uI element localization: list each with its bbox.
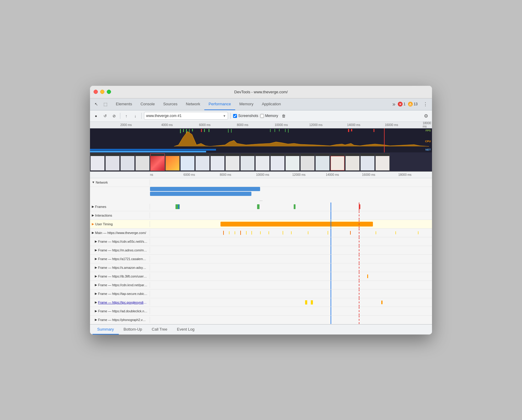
svg-rect-15 <box>348 129 349 132</box>
frame-3-label[interactable]: ▶ Frame — https://s.amazon-adsystem.com/… <box>90 265 150 271</box>
frame-1-track <box>150 246 432 254</box>
screenshot-15[interactable] <box>300 153 315 171</box>
clear-button[interactable]: 🗑 <box>280 112 287 119</box>
frame-row-4[interactable]: ▶ Frame — https://ib.3lift.com/userSync.… <box>90 272 432 281</box>
screenshot-3[interactable] <box>120 153 135 171</box>
tab-console[interactable]: Console <box>136 98 159 110</box>
screenshot-10[interactable] <box>225 153 240 171</box>
frame-row-1[interactable]: ▶ Frame — https://m.adnxs.com/mapuid?mem… <box>90 246 432 255</box>
network-section-header[interactable]: ▼ Network <box>90 178 432 187</box>
frame-row-8[interactable]: ▶ Frame — https://ad.doubleclick.net/ddm… <box>90 307 432 316</box>
frame-9-label[interactable]: ▶ Frame — https://phonograph2.voxmedia.c… <box>90 317 150 323</box>
upload-button[interactable]: ↑ <box>123 112 130 119</box>
screenshot-8[interactable] <box>195 153 210 171</box>
frame-8-label[interactable]: ▶ Frame — https://ad.doubleclick.net/ddm… <box>90 308 150 314</box>
frame-6-label[interactable]: ▶ Frame — https://tap-secure.rubiconproj… <box>90 291 150 297</box>
frame-row-7[interactable]: ▶ Frame — https://tpc.googlesyndication.… <box>90 298 432 307</box>
frames-label[interactable]: ▶ Frames <box>90 204 150 210</box>
frame-7-label[interactable]: ▶ Frame — https://tpc.googlesyndication.… <box>90 299 150 305</box>
close-button[interactable] <box>94 90 98 94</box>
minimize-button[interactable] <box>100 90 104 94</box>
frame-row-2[interactable]: ▶ Frame — https://a1721.casalemedia.com/… <box>90 255 432 263</box>
frame-3-triangle: ▶ <box>95 266 97 269</box>
interactions-label[interactable]: ▶ Interactions <box>90 212 150 218</box>
stop-button[interactable]: ⊘ <box>110 112 118 119</box>
more-tabs-button[interactable]: » <box>390 101 398 107</box>
screenshot-17[interactable] <box>330 153 345 171</box>
frame-4-label[interactable]: ▶ Frame — https://ib.3lift.com/userSync.… <box>90 273 150 279</box>
device-icon[interactable]: ⬚ <box>101 100 109 108</box>
network-label[interactable]: ▼ Network <box>90 179 150 185</box>
main-row[interactable]: ▶ Main — https://www.theverge.com/ <box>90 229 432 237</box>
svg-rect-13 <box>288 129 289 133</box>
main-label[interactable]: ▶ Main — https://www.theverge.com/ <box>90 230 150 236</box>
frame-1-label[interactable]: ▶ Frame — https://m.adnxs.com/mapuid?mem… <box>90 247 150 253</box>
more-dots: ... <box>90 197 432 202</box>
record-button[interactable]: ● <box>92 112 100 119</box>
frame-row-0[interactable]: ▶ Frame — https://cdn.w55c.net/i/s_0RB7U… <box>90 237 432 246</box>
screenshot-13[interactable] <box>270 153 285 171</box>
screenshot-12[interactable] <box>255 153 270 171</box>
refresh-button[interactable]: ↺ <box>101 112 109 119</box>
settings-button[interactable]: ⚙ <box>422 112 430 119</box>
download-button[interactable]: ↓ <box>132 112 139 119</box>
f4-dashed-line <box>359 272 359 280</box>
memory-checkbox-label[interactable]: Memory <box>260 114 278 118</box>
screenshots-checkbox-label[interactable]: Screenshots <box>233 114 258 118</box>
f7-yellow-mark-2 <box>311 300 313 304</box>
error-badge[interactable]: ✕ 1 <box>398 102 406 106</box>
warning-badge[interactable]: ⚠ 13 <box>408 102 418 106</box>
screenshot-6[interactable] <box>165 153 180 171</box>
frame-8-track <box>150 307 432 315</box>
frames-row[interactable]: ▶ Frames <box>90 202 432 211</box>
screenshot-16[interactable] <box>315 153 330 171</box>
frame-row-6[interactable]: ▶ Frame — https://tap-secure.rubiconproj… <box>90 290 432 298</box>
tab-elements[interactable]: Elements <box>112 98 136 110</box>
main-tick-9 <box>283 231 283 235</box>
user-timing-label[interactable]: ▶ User Timing <box>90 221 150 227</box>
maximize-button[interactable] <box>107 90 111 94</box>
screenshot-5[interactable] <box>150 153 165 171</box>
screenshot-20[interactable] <box>375 153 390 171</box>
screenshot-11[interactable] <box>240 153 255 171</box>
tab-summary[interactable]: Summary <box>92 325 119 334</box>
url-dropdown-icon[interactable]: ▼ <box>223 114 226 118</box>
user-timing-row[interactable]: ▶ User Timing <box>90 220 432 229</box>
frame-row-9[interactable]: ▶ Frame — https://phonograph2.voxmedia.c… <box>90 316 432 324</box>
screenshot-9[interactable] <box>210 153 225 171</box>
tab-memory[interactable]: Memory <box>235 98 258 110</box>
screenshot-1[interactable] <box>90 153 105 171</box>
screenshot-2[interactable] <box>105 153 120 171</box>
devtools-menu-button[interactable]: ⋮ <box>421 100 430 108</box>
timeline-ruler-header: 2000 ms 4000 ms 6000 ms 8000 ms 10000 ms… <box>90 122 432 128</box>
tab-call-tree[interactable]: Call Tree <box>147 325 172 334</box>
tab-bottom-up[interactable]: Bottom-Up <box>119 325 147 334</box>
screenshot-7[interactable] <box>180 153 195 171</box>
screenshot-14[interactable] <box>285 153 300 171</box>
frame-0-label[interactable]: ▶ Frame — https://cdn.w55c.net/i/s_0RB7U… <box>90 238 150 244</box>
cursor-icon[interactable]: ↖ <box>92 100 100 108</box>
interactions-row[interactable]: ▶ Interactions <box>90 211 432 220</box>
svg-rect-17 <box>374 129 374 132</box>
fps-label: FPS <box>425 129 431 132</box>
frame-5-label[interactable]: ▶ Frame — https://cdn.krxd.net/partnerjs… <box>90 282 150 288</box>
tab-network[interactable]: Network <box>182 98 205 110</box>
error-count: 1 <box>404 102 406 106</box>
screenshots-checkbox[interactable] <box>233 114 237 118</box>
tab-event-log[interactable]: Event Log <box>172 325 200 334</box>
frame-8-text: Frame — https://ad.doubleclick.net/ddm/a… <box>98 309 147 313</box>
memory-checkbox[interactable] <box>260 114 264 118</box>
frame-row-3[interactable]: ▶ Frame — https://s.amazon-adsystem.com/… <box>90 263 432 272</box>
main-tick-3 <box>235 231 235 234</box>
frame-2-label[interactable]: ▶ Frame — https://a1721.casalemedia.com/… <box>90 256 150 262</box>
url-selector[interactable]: www.theverge.com #1 ▼ <box>144 112 228 120</box>
tab-sources[interactable]: Sources <box>159 98 182 110</box>
svg-rect-10 <box>274 129 275 132</box>
screenshot-19[interactable] <box>360 153 375 171</box>
tick2-8000: 8000 ms <box>220 173 231 176</box>
frame-row-5[interactable]: ▶ Frame — https://cdn.krxd.net/partnerjs… <box>90 281 432 290</box>
tab-application[interactable]: Application <box>258 98 285 110</box>
screenshot-4[interactable] <box>135 153 150 171</box>
tab-performance[interactable]: Performance <box>204 98 235 110</box>
screenshot-18[interactable] <box>345 153 360 171</box>
